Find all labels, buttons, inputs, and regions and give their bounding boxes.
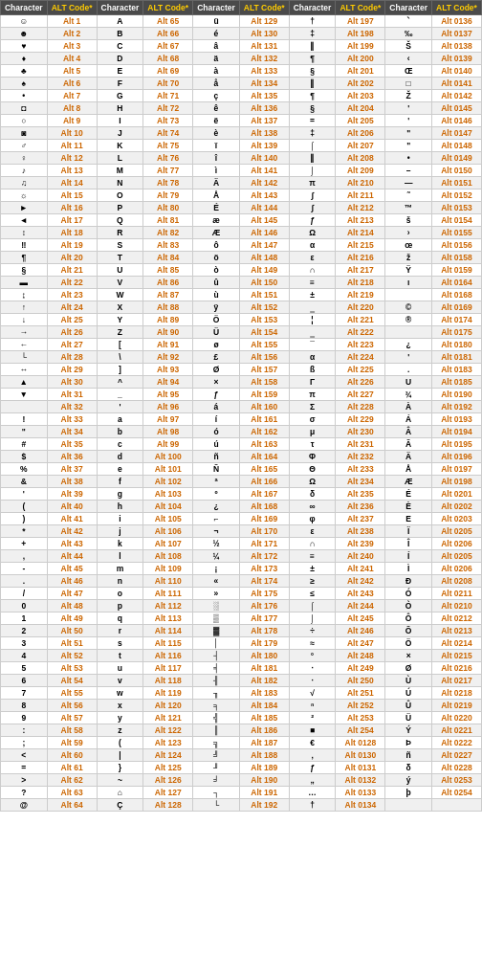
cell-r57-c6: ■ — [289, 724, 336, 737]
table-row: ♀Alt 12LAlt 76îAlt 140‖Alt 208•Alt 0149 — [1, 152, 482, 165]
cell-r53-c7: Alt 250 — [336, 675, 385, 687]
cell-r12-c9: Alt 0150 — [431, 165, 481, 177]
cell-r10-c7: Alt 207 — [336, 140, 385, 152]
table-row: "Alt 34bAlt 98óAlt 162μAlt 230ÂAlt 0194 — [1, 426, 482, 438]
cell-r56-c2: y — [97, 712, 143, 724]
cell-r14-c9: Alt 0152 — [431, 189, 481, 202]
table-row: ♥Alt 3CAlt 67âAlt 131‖Alt 199ŠAlt 0138 — [1, 40, 482, 53]
cell-r52-c0: 5 — [1, 662, 48, 675]
cell-r11-c0: ♀ — [1, 152, 48, 165]
cell-r8-c9: Alt 0146 — [431, 115, 481, 127]
cell-r31-c3: Alt 96 — [143, 401, 193, 413]
cell-r2-c7: Alt 199 — [336, 40, 385, 53]
cell-r58-c1: Alt 59 — [47, 737, 97, 749]
cell-r16-c3: Alt 81 — [143, 214, 193, 227]
cell-r15-c0: ► — [1, 202, 48, 214]
cell-r14-c3: Alt 79 — [143, 189, 193, 202]
cell-r40-c3: Alt 105 — [143, 513, 193, 525]
cell-r19-c9: Alt 0158 — [431, 252, 481, 264]
cell-r28-c9: Alt 0183 — [431, 364, 481, 376]
cell-r2-c9: Alt 0138 — [431, 40, 481, 53]
cell-r10-c8: " — [385, 140, 432, 152]
cell-r33-c7: Alt 230 — [336, 426, 385, 438]
cell-r27-c4: £ — [193, 351, 240, 364]
table-row: •Alt 7GAlt 71çAlt 135¶Alt 203ŽAlt 0142 — [1, 90, 482, 102]
cell-r55-c4: ╕ — [193, 700, 240, 712]
cell-r34-c0: # — [1, 438, 48, 451]
cell-r6-c7: Alt 203 — [336, 90, 385, 102]
cell-r29-c1: Alt 30 — [47, 376, 97, 389]
cell-r3-c4: ä — [193, 53, 240, 65]
table-row: )Alt 41iAlt 105⌐Alt 169φAlt 237EAlt 0203 — [1, 513, 482, 525]
cell-r45-c0: . — [1, 575, 48, 588]
cell-r63-c6: † — [289, 799, 336, 812]
table-row: $Alt 36dAlt 100ñAlt 164ΦAlt 232ÄAlt 0196 — [1, 451, 482, 463]
table-row: ♂Alt 11KAlt 75ïAlt 139⌠Alt 207"Alt 0148 — [1, 140, 482, 152]
table-row: ☻Alt 2BAlt 66éAlt 130‡Alt 198‰Alt 0137 — [1, 28, 482, 40]
cell-r40-c2: i — [97, 513, 143, 525]
table-row: ¶Alt 20TAlt 84öAlt 148εAlt 216žAlt 0158 — [1, 252, 482, 264]
cell-r49-c5: Alt 178 — [239, 625, 289, 637]
cell-r16-c1: Alt 17 — [47, 214, 97, 227]
cell-r9-c0: ◙ — [1, 127, 48, 140]
cell-r44-c7: Alt 241 — [336, 563, 385, 575]
cell-r12-c2: M — [97, 165, 143, 177]
cell-r22-c0: ↨ — [1, 289, 48, 301]
cell-r27-c3: Alt 92 — [143, 351, 193, 364]
cell-r56-c4: ╣ — [193, 712, 240, 724]
cell-r39-c4: ¿ — [193, 501, 240, 513]
cell-r44-c6: ± — [289, 563, 336, 575]
cell-r24-c0: ↓ — [1, 314, 48, 326]
cell-r34-c8: Ã — [385, 438, 432, 451]
cell-r25-c2: Z — [97, 326, 143, 339]
table-row: 0Alt 48pAlt 112░Alt 176⌠Alt 244ÒAlt 0210 — [1, 600, 482, 612]
cell-r0-c3: Alt 65 — [143, 15, 193, 28]
cell-r40-c0: ) — [1, 513, 48, 525]
cell-r19-c8: ž — [385, 252, 432, 264]
cell-r16-c6: ƒ — [289, 214, 336, 227]
table-row: #Alt 35cAlt 99úAlt 163τAlt 231ÃAlt 0195 — [1, 438, 482, 451]
cell-r36-c7: Alt 233 — [336, 463, 385, 476]
cell-r37-c9: Alt 0198 — [431, 476, 481, 488]
cell-r3-c1: Alt 4 — [47, 53, 97, 65]
cell-r22-c9: Alt 0168 — [431, 289, 481, 301]
cell-r63-c1: Alt 64 — [47, 799, 97, 812]
table-row: =Alt 61}Alt 125╜Alt 189ƒAlt 0131δAlt 022… — [1, 762, 482, 774]
cell-r2-c1: Alt 3 — [47, 40, 97, 53]
col-header-5: ALT Code* — [239, 1, 289, 15]
cell-r25-c3: Alt 90 — [143, 326, 193, 339]
cell-r32-c4: í — [193, 413, 240, 426]
cell-r34-c3: Alt 99 — [143, 438, 193, 451]
table-row: 1Alt 49qAlt 113▒Alt 177⌡Alt 245ÔAlt 0212 — [1, 612, 482, 625]
cell-r34-c2: c — [97, 438, 143, 451]
cell-r49-c9: Alt 0213 — [431, 625, 481, 637]
cell-r54-c1: Alt 55 — [47, 687, 97, 700]
cell-r57-c3: Alt 122 — [143, 724, 193, 737]
cell-r8-c0: ○ — [1, 115, 48, 127]
cell-r1-c4: é — [193, 28, 240, 40]
cell-r21-c3: Alt 86 — [143, 277, 193, 289]
cell-r1-c3: Alt 66 — [143, 28, 193, 40]
cell-r49-c0: 2 — [1, 625, 48, 637]
cell-r46-c1: Alt 47 — [47, 588, 97, 600]
cell-r26-c7: Alt 223 — [336, 339, 385, 351]
cell-r51-c2: t — [97, 650, 143, 662]
cell-r35-c1: Alt 36 — [47, 451, 97, 463]
table-row: ○Alt 9IAlt 73ëAlt 137=Alt 205'Alt 0146 — [1, 115, 482, 127]
cell-r41-c0: * — [1, 525, 48, 538]
cell-r56-c5: Alt 185 — [239, 712, 289, 724]
cell-r58-c4: ╗ — [193, 737, 240, 749]
cell-r46-c4: » — [193, 588, 240, 600]
cell-r54-c6: √ — [289, 687, 336, 700]
cell-r16-c5: Alt 145 — [239, 214, 289, 227]
cell-r45-c2: n — [97, 575, 143, 588]
table-row: ↓Alt 25YAlt 89ÖAlt 153¦Alt 221®Alt 0174 — [1, 314, 482, 326]
cell-r23-c9: Alt 0169 — [431, 301, 481, 314]
cell-r31-c8: À — [385, 401, 432, 413]
cell-r30-c4: ƒ — [193, 389, 240, 401]
cell-r29-c7: Alt 226 — [336, 376, 385, 389]
cell-r57-c1: Alt 58 — [47, 724, 97, 737]
cell-r4-c8: Œ — [385, 65, 432, 78]
table-row: /Alt 47oAlt 111»Alt 175≤Alt 243ÓAlt 0211 — [1, 588, 482, 600]
cell-r7-c4: ê — [193, 102, 240, 115]
